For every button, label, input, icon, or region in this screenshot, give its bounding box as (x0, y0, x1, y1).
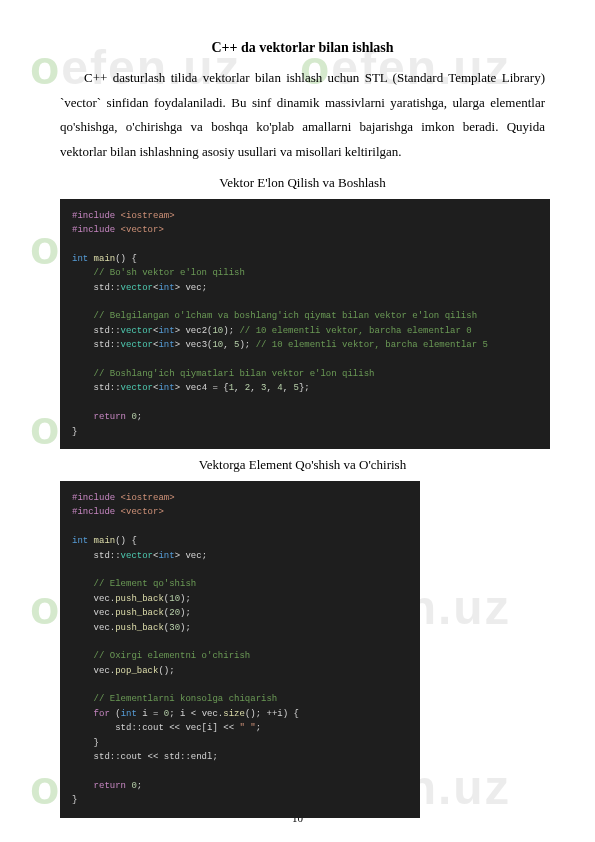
subtitle-1: Vektor E'lon Qilish va Boshlash (60, 175, 545, 191)
code-block-1: #include <iostream> #include <vector> in… (60, 199, 550, 449)
body-paragraph: C++ dasturlash tilida vektorlar bilan is… (60, 66, 545, 165)
code-block-2: #include <iostream> #include <vector> in… (60, 481, 420, 818)
page-content: C++ da vektorlar bilan ishlash C++ dastu… (0, 0, 595, 842)
page-title: C++ da vektorlar bilan ishlash (60, 40, 545, 56)
subtitle-2: Vektorga Element Qo'shish va O'chirish (60, 457, 545, 473)
